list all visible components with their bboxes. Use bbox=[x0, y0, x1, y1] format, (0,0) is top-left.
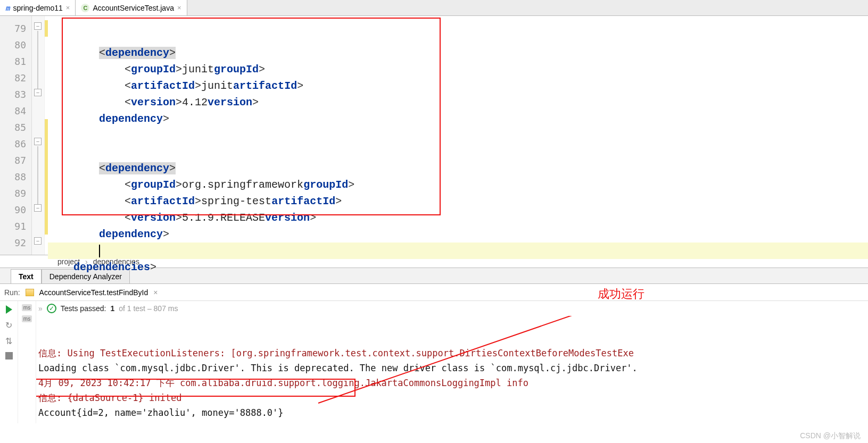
java-class-icon: C bbox=[81, 4, 89, 12]
line-number: 86 bbox=[0, 136, 31, 152]
code-line: <groupId>org.springframeworkgroupId> bbox=[48, 177, 868, 193]
fold-toggle-icon[interactable]: − bbox=[34, 237, 42, 245]
ms-badge: ms bbox=[22, 315, 32, 322]
console-output[interactable]: 信息: Using TestExecutionListeners: [org.s… bbox=[36, 316, 868, 423]
line-number: 80 bbox=[0, 37, 31, 53]
rerun-icon[interactable]: ↻ bbox=[4, 320, 14, 330]
console-line: 信息: {dataSource-1} inited bbox=[38, 390, 868, 405]
line-number: 81 bbox=[0, 53, 31, 70]
tests-passed-count: 1 bbox=[110, 304, 114, 313]
line-number: 91 bbox=[0, 218, 31, 235]
fold-toggle-icon[interactable]: − bbox=[34, 204, 42, 212]
line-number: 85 bbox=[0, 119, 31, 136]
line-number-gutter: 7980818283848586878889909192 bbox=[0, 16, 32, 255]
line-number: 87 bbox=[0, 152, 31, 169]
code-line: <groupId>junitgroupId> bbox=[48, 61, 868, 78]
line-number: 89 bbox=[0, 185, 31, 202]
ms-rail: ms ms bbox=[18, 301, 36, 423]
tests-summary: of 1 test – 807 ms bbox=[119, 304, 178, 313]
code-line bbox=[48, 127, 868, 144]
console-pane: » ✓ Tests passed: 1 of 1 test – 807 ms 信… bbox=[36, 301, 868, 423]
console-line: 4月 09, 2023 10:42:17 下午 com.alibaba.drui… bbox=[38, 375, 868, 390]
run-label: Run: bbox=[4, 288, 20, 297]
tab-account-service-test[interactable]: C AccountServiceTest.java × bbox=[76, 0, 187, 15]
code-line: <artifactId>junitartifactId> bbox=[48, 78, 868, 94]
fold-guide bbox=[37, 146, 38, 209]
run-config-icon bbox=[26, 289, 34, 296]
line-number: 83 bbox=[0, 86, 31, 103]
watermark: CSDN @小智解说 bbox=[800, 431, 861, 441]
maven-icon: m bbox=[5, 4, 10, 12]
fold-toggle-icon[interactable]: − bbox=[34, 89, 42, 96]
code-line: <dependency> bbox=[48, 45, 868, 61]
tests-passed-label: Tests passed: bbox=[61, 304, 106, 313]
code-line bbox=[48, 144, 868, 160]
code-line: <version>4.12version> bbox=[48, 94, 868, 111]
code-line bbox=[48, 243, 868, 259]
line-number: 84 bbox=[0, 103, 31, 119]
tab-label: spring-demo11 bbox=[13, 4, 62, 12]
line-number: 82 bbox=[0, 70, 31, 86]
code-line: <artifactId>spring-testartifactId> bbox=[48, 193, 868, 210]
line-number: 79 bbox=[0, 20, 31, 37]
console-line: Account{id=2, name='zhaoliu', money='888… bbox=[38, 405, 868, 420]
tab-text[interactable]: Text bbox=[11, 269, 42, 283]
code-area[interactable]: <dependency> <groupId>junitgroupId> <art… bbox=[48, 16, 868, 255]
code-line: dependency> bbox=[48, 111, 868, 127]
chevron-right-icon[interactable]: » bbox=[38, 304, 43, 313]
run-tool-window: ↻ ⇅ ms ms » ✓ Tests passed: 1 of 1 test … bbox=[0, 301, 868, 423]
toggle-icon[interactable]: ⇅ bbox=[4, 336, 14, 346]
console-line: 信息: Using TestExecutionListeners: [org.s… bbox=[38, 346, 868, 361]
tab-spring-demo11[interactable]: m spring-demo11 × bbox=[0, 0, 76, 15]
code-line: <dependency> bbox=[48, 160, 868, 177]
test-pass-icon: ✓ bbox=[47, 304, 56, 313]
run-action-rail: ↻ ⇅ bbox=[0, 301, 18, 423]
close-icon[interactable]: × bbox=[66, 4, 70, 12]
fold-toggle-icon[interactable]: − bbox=[34, 22, 42, 30]
fold-column: − − − − − bbox=[32, 16, 45, 255]
console-line: Loading class `com.mysql.jdbc.Driver'. T… bbox=[38, 361, 868, 375]
code-line: dependencies> bbox=[48, 259, 868, 275]
line-number: 92 bbox=[0, 235, 31, 251]
fold-toggle-icon[interactable]: − bbox=[34, 138, 42, 145]
stop-button[interactable] bbox=[5, 352, 13, 360]
close-icon[interactable]: × bbox=[177, 4, 181, 12]
ms-badge: ms bbox=[22, 304, 32, 311]
test-status-bar: » ✓ Tests passed: 1 of 1 test – 807 ms bbox=[36, 301, 868, 316]
code-editor[interactable]: 7980818283848586878889909192 − − − − − <… bbox=[0, 16, 868, 255]
code-line: <version>5.1.9.RELEASEversion> bbox=[48, 210, 868, 226]
line-number: 90 bbox=[0, 202, 31, 218]
code-line: dependency> bbox=[48, 226, 868, 243]
tab-label: AccountServiceTest.java bbox=[93, 4, 174, 12]
editor-tab-bar: m spring-demo11 × C AccountServiceTest.j… bbox=[0, 0, 868, 16]
run-button[interactable] bbox=[6, 305, 12, 314]
fold-guide bbox=[37, 31, 38, 94]
line-number: 88 bbox=[0, 169, 31, 185]
